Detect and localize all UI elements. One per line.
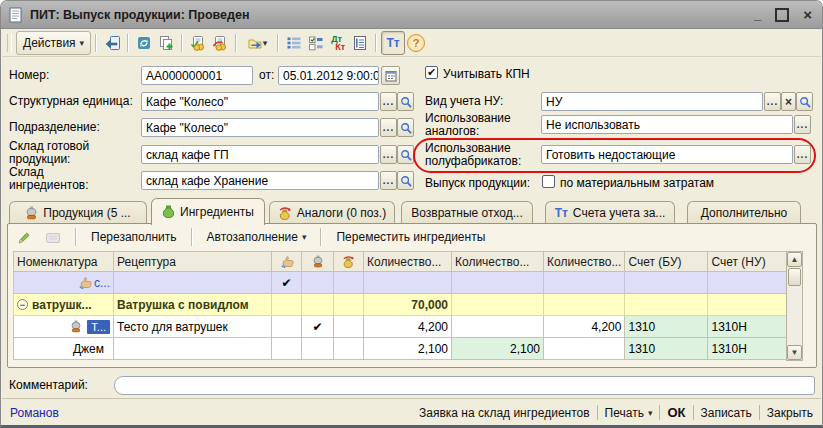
toolbar-grip[interactable] (7, 34, 12, 52)
unpost-document-button[interactable] (209, 32, 231, 54)
cell-nomenclature[interactable]: Джем (14, 338, 114, 360)
department-browse-button[interactable]: ... (380, 118, 397, 137)
refresh-button[interactable] (133, 32, 155, 54)
responsible-user-link[interactable]: Романов (10, 406, 59, 420)
autofill-button[interactable]: Автозаполнение ▾ (203, 228, 311, 246)
cell-analog-flag[interactable] (334, 316, 364, 338)
ingr-warehouse-browse-button[interactable]: ... (380, 171, 397, 190)
actions-button[interactable]: Действия ▾ (16, 31, 91, 55)
col-nomenclature[interactable]: Номенклатура (14, 252, 114, 272)
refill-button[interactable]: Перезаполнить (87, 228, 181, 246)
cell-qty1[interactable]: 2,100 (364, 338, 452, 360)
cell-recipe[interactable] (114, 338, 272, 360)
cell-product-flag[interactable] (302, 272, 334, 294)
cell-manual-flag[interactable] (272, 294, 302, 316)
cell-qty3[interactable]: 4,200 (544, 316, 625, 338)
post-and-close-button[interactable] (101, 32, 123, 54)
edit-row-button[interactable] (12, 228, 35, 247)
output-checkbox[interactable] (542, 175, 555, 188)
save-button[interactable]: Записать (701, 406, 752, 420)
scroll-thumb[interactable] (788, 268, 801, 286)
title-bar[interactable]: ПИТ: Выпуск продукции: Проведен _ × (1, 1, 822, 29)
analogs-usage-field[interactable]: Не использовать (541, 115, 793, 134)
close-button[interactable]: × (803, 9, 812, 21)
cell-recipe[interactable]: Ватрушка с повидлом (114, 294, 272, 316)
tab-ingredients[interactable]: Ингредиенты (151, 198, 265, 225)
tab-extra[interactable]: Дополнительно (687, 201, 801, 224)
col-manual[interactable] (272, 252, 302, 272)
tab-accounts[interactable]: Тт Счета учета за... (545, 201, 675, 224)
tab-analogs[interactable]: Аналоги (0 поз.) (269, 201, 395, 224)
nu-kind-field[interactable]: НУ (541, 92, 763, 111)
report-button[interactable] (349, 32, 371, 54)
end-edit-button[interactable] (41, 228, 65, 247)
cell-recipe[interactable] (114, 272, 272, 294)
cell-product-flag[interactable] (302, 338, 334, 360)
cell-analog-flag[interactable] (334, 294, 364, 316)
cell-product-flag[interactable] (302, 294, 334, 316)
semi-usage-field[interactable]: Готовить недостающие (541, 145, 793, 164)
cell-qty2[interactable] (452, 294, 544, 316)
cell-account-nu[interactable] (708, 272, 787, 294)
move-ingredients-button[interactable]: Переместить ингредиенты (332, 228, 489, 246)
filter-settings-button[interactable]: Тт (381, 31, 405, 55)
maximize-button[interactable] (775, 8, 789, 22)
cell-account-nu[interactable] (708, 294, 787, 316)
structural-unit-browse-button[interactable]: ... (380, 92, 397, 111)
copy-button[interactable] (155, 32, 177, 54)
cell-recipe[interactable]: Тесто для ватрушек (114, 316, 272, 338)
cell-product-flag[interactable]: ✔ (302, 316, 334, 338)
col-qty2[interactable]: Количество... (452, 252, 544, 272)
scroll-down-button[interactable]: ▼ (787, 345, 802, 360)
selected-cell[interactable]: Т... (87, 320, 110, 334)
cell-account-bu[interactable]: 1310 (625, 338, 708, 360)
print-button[interactable]: Печать ▾ (605, 406, 653, 420)
date-field[interactable]: 05.01.2012 9:00:00 (278, 66, 379, 85)
cell-nomenclature[interactable]: Т... (14, 316, 114, 338)
cell-account-bu[interactable] (625, 294, 708, 316)
cell-qty3[interactable] (544, 338, 625, 360)
semi-usage-browse-button[interactable]: ... (794, 145, 811, 164)
minimize-button[interactable]: _ (754, 9, 761, 21)
comment-input[interactable] (114, 376, 815, 395)
calendar-button[interactable] (381, 66, 400, 85)
cell-qty2[interactable] (452, 272, 544, 294)
dtkt-postings-button[interactable]: ДтКт (327, 32, 349, 54)
cell-nomenclature[interactable]: − ватрушк... (14, 294, 114, 316)
vertical-scrollbar[interactable]: ▲ ▼ (786, 251, 803, 361)
nu-kind-clear-button[interactable]: × (781, 92, 796, 111)
ok-button[interactable]: ОК (667, 405, 685, 420)
post-document-button[interactable] (187, 32, 209, 54)
cell-qty3[interactable] (544, 272, 625, 294)
cell-manual-flag[interactable] (272, 316, 302, 338)
fg-warehouse-search-button[interactable] (397, 145, 414, 164)
cell-account-nu[interactable]: 1310Н (708, 338, 787, 360)
cell-qty1[interactable]: 70,000 (364, 294, 452, 316)
cell-account-bu[interactable]: 1310 (625, 316, 708, 338)
kpn-checkbox[interactable]: ✔ (425, 66, 438, 79)
fg-warehouse-field[interactable]: склад кафе ГП (141, 145, 379, 164)
structural-unit-search-button[interactable] (397, 92, 414, 111)
structure-button[interactable] (283, 32, 305, 54)
structural-unit-field[interactable]: Кафе "Колесо" (141, 92, 379, 111)
cell-qty2[interactable]: 2,100 (452, 338, 544, 360)
goto-button[interactable]: ▾ (241, 32, 273, 54)
close-form-button[interactable]: Закрыть (767, 406, 813, 420)
col-account-bu[interactable]: Счет (БУ) (625, 252, 708, 272)
scroll-up-button[interactable]: ▲ (787, 252, 802, 267)
cell-manual-flag[interactable] (272, 338, 302, 360)
cell-account-nu[interactable]: 1310Н (708, 316, 787, 338)
nu-kind-search-button[interactable] (796, 92, 813, 111)
cell-qty3[interactable] (544, 294, 625, 316)
col-qty1[interactable]: Количество... (364, 252, 452, 272)
department-search-button[interactable] (397, 118, 414, 137)
tab-returns[interactable]: Возвратные отход... (401, 201, 533, 224)
analogs-usage-browse-button[interactable]: ... (794, 115, 811, 134)
ingr-warehouse-field[interactable]: склад кафе Хранение (141, 171, 379, 190)
number-field[interactable]: АА000000001 (141, 66, 253, 85)
col-qty3[interactable]: Количество... (544, 252, 625, 272)
cell-analog-flag[interactable] (334, 338, 364, 360)
col-analog[interactable] (334, 252, 364, 272)
fg-warehouse-browse-button[interactable]: ... (380, 145, 397, 164)
cell-account-bu[interactable] (625, 272, 708, 294)
